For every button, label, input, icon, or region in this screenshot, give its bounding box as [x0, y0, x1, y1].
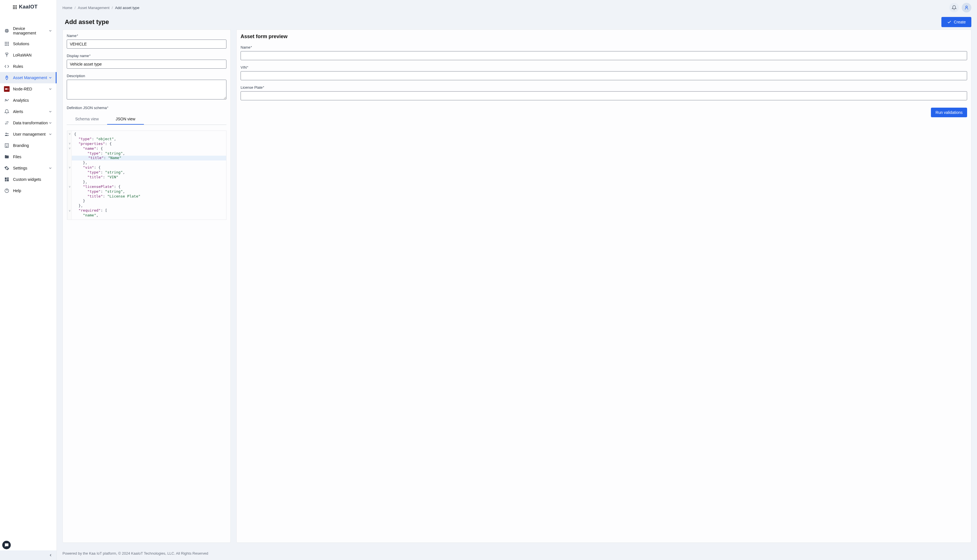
display-name-input[interactable]: [67, 60, 226, 69]
sidebar-item-data-transformation[interactable]: Data transformation: [0, 117, 57, 128]
chevron-down-icon: [48, 28, 53, 33]
chevron-left-icon: [48, 553, 53, 557]
user-icon: [964, 5, 969, 10]
trend-icon: [4, 97, 10, 103]
topbar: Home / Asset Management / Add asset type: [57, 0, 977, 12]
name-label: Name: [67, 33, 226, 38]
sidebar-label: Data transformation: [13, 121, 48, 125]
sidebar-label: Custom widgets: [13, 177, 53, 182]
folder-icon: [4, 154, 10, 160]
schema-label: Definition JSON schema: [67, 106, 226, 110]
breadcrumb-home[interactable]: Home: [62, 6, 72, 10]
description-input[interactable]: [67, 80, 226, 100]
breadcrumb-parent[interactable]: Asset Management: [78, 6, 109, 10]
footer: Powered by the Kaa IoT platform, © 2024 …: [57, 547, 977, 560]
sidebar-item-branding[interactable]: Branding: [0, 140, 57, 151]
svg-point-14: [8, 89, 8, 90]
sidebar: KaaIOT Device management Solutions LoRaW…: [0, 0, 57, 560]
chevron-down-icon: [48, 121, 53, 125]
sidebar-item-alerts[interactable]: Alerts: [0, 106, 57, 117]
run-validations-button[interactable]: Run validations: [931, 108, 967, 117]
sidebar-item-user-management[interactable]: User management: [0, 128, 57, 140]
create-button[interactable]: Create: [941, 17, 971, 27]
svg-rect-8: [5, 45, 6, 46]
page-header: Add asset type Create: [57, 12, 977, 29]
bell-icon: [4, 109, 10, 115]
sidebar-label: Rules: [13, 64, 53, 69]
schema-tabs: Schema view JSON view: [67, 114, 226, 125]
svg-rect-21: [5, 180, 7, 182]
json-editor[interactable]: vvvvvv { "type": "object", "properties":…: [67, 130, 226, 220]
sidebar-label: Files: [13, 155, 53, 159]
chat-fab[interactable]: [2, 541, 11, 549]
bell-icon: [952, 5, 957, 10]
display-name-label: Display name: [67, 54, 226, 58]
sidebar-label: LoRaWAN: [13, 53, 53, 57]
sidebar-item-lorawan[interactable]: LoRaWAN: [0, 50, 57, 61]
svg-rect-7: [8, 43, 9, 44]
antenna-icon: [4, 52, 10, 58]
sidebar-label: Settings: [13, 166, 48, 170]
form-panel: Name Display name Description Definition…: [62, 29, 230, 543]
preview-vin-input[interactable]: [240, 71, 967, 80]
svg-rect-0: [6, 30, 8, 32]
svg-rect-18: [5, 177, 7, 180]
editor-body[interactable]: { "type": "object", "properties": { "nam…: [72, 131, 226, 220]
breadcrumb: Home / Asset Management / Add asset type: [62, 6, 947, 10]
apps-icon: [4, 41, 10, 47]
svg-point-15: [6, 133, 7, 134]
sidebar-item-asset-management[interactable]: Asset Management: [0, 72, 57, 83]
sidebar-label: Node-RED: [13, 87, 48, 91]
sidebar-label: Branding: [13, 143, 53, 148]
svg-rect-3: [7, 42, 7, 43]
sidebar-item-device-management[interactable]: Device management: [0, 23, 57, 38]
sidebar-label: Help: [13, 188, 53, 193]
sidebar-collapse[interactable]: [0, 550, 57, 560]
sidebar-item-settings[interactable]: Settings: [0, 162, 57, 174]
sidebar-label: Device management: [13, 26, 48, 35]
logo-text: KaaIOT: [19, 4, 38, 10]
chevron-down-icon: [48, 166, 53, 170]
sidebar-item-help[interactable]: Help: [0, 185, 57, 197]
tab-json-view[interactable]: JSON view: [107, 114, 144, 125]
preview-field-label: Name: [240, 45, 967, 50]
tab-schema-view[interactable]: Schema view: [67, 114, 107, 125]
dashboard-icon: [4, 177, 10, 182]
gear-icon: [4, 165, 10, 171]
office-icon: [4, 143, 10, 148]
exchange-icon: [4, 120, 10, 126]
svg-rect-19: [7, 177, 9, 179]
notifications-button[interactable]: [949, 3, 959, 12]
preview-license-plate-input[interactable]: [240, 91, 967, 100]
svg-rect-9: [7, 45, 7, 46]
svg-point-23: [966, 6, 967, 8]
svg-rect-4: [8, 42, 9, 43]
chevron-down-icon: [48, 87, 53, 91]
svg-point-12: [7, 77, 7, 77]
sidebar-label: Alerts: [13, 109, 48, 114]
preview-field-label: License Plate: [240, 85, 967, 90]
svg-point-16: [7, 133, 8, 134]
chat-icon: [5, 543, 9, 547]
sidebar-item-node-red[interactable]: Node-RED: [0, 83, 57, 95]
nodered-icon: [4, 86, 10, 92]
sidebar-item-solutions[interactable]: Solutions: [0, 38, 57, 50]
users-icon: [4, 132, 10, 137]
svg-rect-13: [5, 88, 7, 90]
logo[interactable]: KaaIOT: [0, 0, 57, 12]
page-title: Add asset type: [65, 18, 941, 26]
sidebar-item-files[interactable]: Files: [0, 151, 57, 162]
sidebar-item-rules[interactable]: Rules: [0, 61, 57, 72]
sidebar-item-custom-widgets[interactable]: Custom widgets: [0, 174, 57, 185]
main: Home / Asset Management / Add asset type…: [57, 0, 977, 560]
preview-panel: Asset form preview Name VIN License Plat…: [236, 29, 971, 543]
preview-title: Asset form preview: [240, 33, 967, 40]
editor-gutter: vvvvvv: [68, 131, 72, 220]
rocket-icon: [4, 75, 10, 80]
name-input[interactable]: [67, 40, 226, 48]
sidebar-item-analytics[interactable]: Analytics: [0, 95, 57, 106]
description-label: Description: [67, 74, 226, 78]
profile-button[interactable]: [962, 3, 971, 12]
preview-name-input[interactable]: [240, 51, 967, 60]
breadcrumb-current: Add asset type: [115, 6, 139, 10]
